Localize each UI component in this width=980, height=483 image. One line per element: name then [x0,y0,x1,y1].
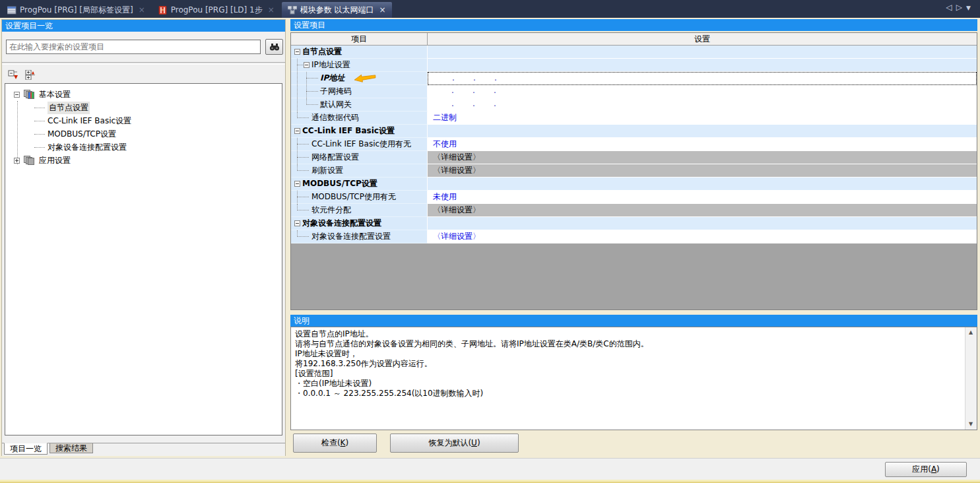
tree-item-target-device-config[interactable]: 对象设备连接配置设置 [5,141,282,154]
row-label-cell[interactable]: 自节点设置 [291,46,428,59]
tree-item-cclink-ief-basic[interactable]: CC-Link IEF Basic设置 [5,114,282,127]
row-label-cell[interactable]: 对象设备连接配置设置 [291,230,428,243]
tree-toolbar [7,69,38,80]
row-value-cell[interactable] [428,125,977,138]
ip-separator-dot: . [473,85,475,96]
bottom-bar: 应用(A) [0,458,980,480]
modbus-use-value-cell[interactable]: 未使用 [428,191,977,204]
table-row: 刷新设置 〈详细设置〉 [291,164,977,177]
scroll-down-icon[interactable]: ▼ [965,419,976,430]
tree-item-basic-settings[interactable]: 基本设置 [5,88,282,101]
table-row: 自节点设置 [291,46,977,59]
target-device-config-value-cell[interactable]: 〈详细设置〉 [428,230,977,243]
row-label-cell[interactable]: MODBUS/TCP设置 [291,177,428,191]
row-label-cell[interactable]: 网络配置设置 [291,151,428,164]
table-header: 项目 设置 [291,33,977,46]
row-label-cell[interactable]: 对象设备连接配置设置 [291,217,428,230]
document-tab-bar: ProgPou [PRG] [局部标签设置] × ProgPou [PRG] [… [0,0,980,18]
apply-button[interactable]: 应用(A) [885,462,967,477]
tree-item-modbus-tcp[interactable]: MODBUS/TCP设置 [5,127,282,141]
nav-back-icon[interactable]: ◁ [946,3,956,12]
nav-forward-icon[interactable]: ▷ [956,3,966,12]
tree-item-application-settings[interactable]: 应用设置 [5,154,282,167]
ip-address-value-cell[interactable]: . . . [428,72,977,85]
setting-tree: 基本设置 自节点设置 CC-Link IEF Basic设置 MODBUS/TC… [5,83,282,435]
settings-group-icon [24,156,35,165]
check-button[interactable]: 检查(K) [293,434,377,453]
setting-item-list-panel: 设置项目一览 基本设置 自 [1,19,286,456]
expand-minus-icon[interactable] [294,128,300,134]
table-row: 对象设备连接配置设置 [291,217,977,230]
tab-search-result[interactable]: 搜索结果 [49,443,93,453]
tab-module-parameter-ethernet[interactable]: 模块参数 以太网端口 × [282,2,392,18]
comm-data-code-value-cell[interactable]: 二进制 [428,112,977,125]
search-button[interactable] [265,39,283,55]
description-scrollbar[interactable]: ▲ ▼ [965,327,977,430]
tab-label: ProgPou [PRG] [LD] 1步 [171,5,263,16]
tree-item-own-node[interactable]: 自节点设置 [5,101,282,114]
row-value-cell[interactable] [428,46,977,59]
binoculars-icon [269,43,280,51]
tab-progpou-local-label[interactable]: ProgPou [PRG] [局部标签设置] × [1,2,151,18]
network-config-value-cell[interactable]: 〈详细设置〉 [428,151,977,164]
table-row: MODBUS/TCP使用有无 未使用 [291,191,977,204]
refresh-setting-value-cell[interactable]: 〈详细设置〉 [428,164,977,177]
close-icon[interactable]: × [268,5,275,15]
tab-label: 模块参数 以太网端口 [300,5,374,16]
expand-minus-icon[interactable] [294,49,300,55]
table-row: CC-Link IEF Basic使用有无 不使用 [291,138,977,151]
tab-item-list[interactable]: 项目一览 [4,443,48,455]
settings-group-icon [24,90,35,99]
row-label-cell[interactable]: 默认网关 [291,98,428,112]
ip-separator-dot: . [473,73,476,84]
row-label-cell[interactable]: MODBUS/TCP使用有无 [291,191,428,204]
row-label-cell[interactable]: IP地址设置 [291,59,428,72]
default-gateway-value-cell[interactable]: . . . [428,98,977,112]
search-input[interactable] [6,40,261,54]
device-assignment-value-cell[interactable]: 〈详细设置〉 [428,204,977,217]
ip-separator-dot: . [451,85,454,96]
tab-progpou-ld[interactable]: ProgPou [PRG] [LD] 1步 × [152,2,280,18]
expand-plus-icon[interactable] [14,158,20,164]
description-panel: 设置自节点的IP地址。 请将与自节点通信的对象设备设置为相同的类、子网地址。请将… [290,327,977,430]
table-row: 软元件分配 〈详细设置〉 [291,204,977,217]
row-label-cell[interactable]: 刷新设置 [291,164,428,177]
table-row: IP地址 . . . [291,72,977,85]
description-title: 说明 [290,315,977,327]
description-text: 设置自节点的IP地址。 请将与自节点通信的对象设备设置为相同的类、子网地址。请将… [291,327,965,401]
expand-tree-button[interactable] [24,69,38,80]
row-label-cell[interactable]: 通信数据代码 [291,112,428,125]
column-header-item: 项目 [291,33,428,46]
module-parameter-icon [288,6,297,15]
row-label-cell[interactable]: CC-Link IEF Basic使用有无 [291,138,428,151]
table-row: CC-Link IEF Basic设置 [291,125,977,138]
table-row: MODBUS/TCP设置 [291,177,977,191]
close-icon[interactable]: × [139,5,145,15]
expand-minus-icon[interactable] [14,92,20,98]
row-value-cell[interactable] [428,217,977,230]
ip-separator-dot: . [494,85,496,96]
row-label-cell[interactable]: CC-Link IEF Basic设置 [291,125,428,138]
separator [2,62,285,65]
restore-default-button[interactable]: 恢复为默认(U) [390,434,519,453]
left-bottom-tab-strip: 项目一览 搜索结果 [2,443,285,456]
ip-separator-dot: . [494,98,496,110]
subnet-mask-value-cell[interactable]: . . . [428,85,977,98]
collapse-tree-button[interactable] [7,69,20,80]
tab-navigation: ◁▷▼ [946,3,975,12]
row-label-cell[interactable]: 软元件分配 [291,204,428,217]
cclink-use-value-cell[interactable]: 不使用 [428,138,977,151]
row-value-cell[interactable] [428,177,977,191]
scroll-up-icon[interactable]: ▲ [965,327,976,338]
tab-list-dropdown-icon[interactable]: ▼ [966,5,975,11]
expand-minus-icon[interactable] [304,62,310,68]
row-label-cell[interactable]: IP地址 [291,72,428,85]
expand-minus-icon[interactable] [294,181,300,187]
right-panel-title: 设置项目 [290,19,977,31]
parameter-table: 项目 设置 自节点设置 IP地址设置 [290,32,977,310]
close-icon[interactable]: × [379,5,386,15]
row-value-cell[interactable] [428,59,977,72]
ip-separator-dot: . [494,73,497,84]
row-label-cell[interactable]: 子网掩码 [291,85,428,98]
expand-minus-icon[interactable] [294,220,300,226]
